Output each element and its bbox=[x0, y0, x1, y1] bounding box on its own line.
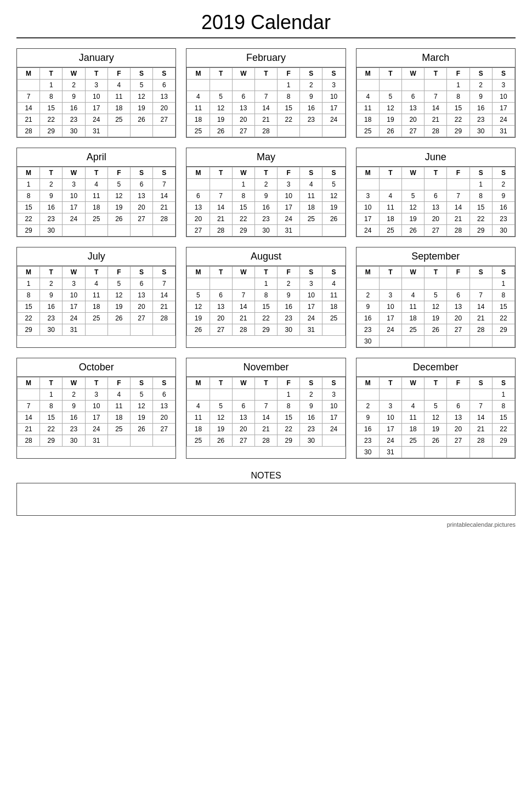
table-row: 45678910 bbox=[356, 91, 514, 103]
month-table-january: MTWTFSS123456789101112131415161718192021… bbox=[17, 67, 176, 137]
day-cell: 20 bbox=[187, 213, 210, 225]
day-cell: 15 bbox=[18, 202, 40, 213]
day-cell: 31 bbox=[85, 435, 107, 447]
day-cell bbox=[232, 278, 254, 290]
day-header: S bbox=[153, 378, 176, 389]
day-cell: 10 bbox=[322, 91, 345, 103]
day-cell: 4 bbox=[402, 401, 425, 412]
day-header: S bbox=[300, 68, 322, 80]
day-cell: 12 bbox=[379, 103, 401, 114]
day-cell: 25 bbox=[356, 126, 379, 137]
day-cell: 29 bbox=[40, 435, 63, 447]
day-cell: 8 bbox=[40, 401, 63, 412]
day-cell: 14 bbox=[153, 190, 176, 202]
day-cell: 9 bbox=[469, 91, 492, 103]
day-cell: 9 bbox=[254, 190, 277, 202]
day-cell: 15 bbox=[447, 103, 469, 114]
day-cell: 11 bbox=[356, 103, 379, 114]
table-row: 18192021222324 bbox=[187, 424, 345, 435]
day-cell: 18 bbox=[107, 103, 130, 114]
day-cell: 15 bbox=[254, 301, 277, 313]
table-row: 11121314151617 bbox=[187, 103, 345, 114]
day-header: T bbox=[85, 378, 107, 389]
table-row: 17181920212223 bbox=[356, 213, 514, 225]
day-cell: 8 bbox=[492, 401, 514, 412]
day-cell: 5 bbox=[107, 278, 130, 290]
day-cell bbox=[63, 225, 85, 236]
day-header: T bbox=[85, 267, 107, 278]
table-row: 2930 bbox=[18, 225, 176, 236]
day-cell: 19 bbox=[107, 202, 130, 213]
table-row: 262728293031 bbox=[187, 324, 345, 336]
day-header: M bbox=[356, 167, 379, 179]
table-row: 30 bbox=[356, 336, 514, 347]
table-row: 45678910 bbox=[187, 401, 345, 412]
day-header: W bbox=[402, 378, 425, 389]
day-cell: 21 bbox=[254, 114, 277, 126]
day-cell: 17 bbox=[379, 313, 401, 324]
day-cell: 9 bbox=[63, 401, 85, 412]
day-cell: 26 bbox=[130, 114, 152, 126]
day-cell: 14 bbox=[210, 202, 232, 213]
day-cell: 26 bbox=[322, 213, 345, 225]
table-row: 18192021222324 bbox=[356, 114, 514, 126]
day-cell: 24 bbox=[63, 313, 85, 324]
day-cell: 4 bbox=[322, 278, 345, 290]
day-cell: 30 bbox=[356, 336, 379, 347]
month-block-october: OctoberMTWTFSS12345678910111213141516171… bbox=[16, 358, 176, 459]
day-cell: 5 bbox=[130, 80, 152, 91]
day-cell: 3 bbox=[356, 190, 379, 202]
table-row: 16171819202122 bbox=[356, 424, 514, 435]
day-cell: 16 bbox=[300, 103, 322, 114]
day-cell: 2 bbox=[300, 389, 322, 401]
day-cell: 30 bbox=[356, 447, 379, 458]
month-table-may: MTWTFSS123456789101112131415161718192021… bbox=[186, 167, 345, 236]
day-cell: 2 bbox=[278, 278, 300, 290]
day-cell bbox=[278, 126, 300, 137]
day-cell: 18 bbox=[187, 424, 210, 435]
month-title-february: February bbox=[186, 49, 345, 67]
day-cell: 21 bbox=[469, 313, 492, 324]
day-header: S bbox=[469, 68, 492, 80]
day-cell: 13 bbox=[402, 103, 425, 114]
day-cell: 7 bbox=[153, 179, 176, 190]
day-cell: 27 bbox=[153, 424, 176, 435]
notes-box[interactable] bbox=[16, 483, 516, 516]
day-cell: 24 bbox=[356, 225, 379, 236]
day-cell bbox=[322, 324, 345, 336]
day-cell: 9 bbox=[492, 190, 514, 202]
day-cell: 19 bbox=[130, 412, 152, 424]
day-cell: 24 bbox=[278, 213, 300, 225]
day-cell bbox=[210, 389, 232, 401]
day-cell: 1 bbox=[492, 278, 514, 290]
day-cell: 15 bbox=[469, 202, 492, 213]
table-row: 3456789 bbox=[356, 190, 514, 202]
table-row: 25262728 bbox=[187, 126, 345, 137]
day-cell: 26 bbox=[107, 213, 130, 225]
day-cell: 1 bbox=[492, 389, 514, 401]
day-cell: 15 bbox=[18, 301, 40, 313]
day-cell: 16 bbox=[40, 301, 63, 313]
day-cell: 7 bbox=[153, 278, 176, 290]
day-header: F bbox=[447, 68, 469, 80]
day-cell: 4 bbox=[107, 389, 130, 401]
day-cell: 31 bbox=[492, 126, 514, 137]
day-cell: 30 bbox=[63, 435, 85, 447]
day-header: M bbox=[18, 378, 40, 389]
table-row: 21222324252627 bbox=[18, 114, 176, 126]
day-cell: 25 bbox=[379, 225, 401, 236]
day-cell: 14 bbox=[232, 301, 254, 313]
day-cell: 5 bbox=[402, 190, 425, 202]
day-cell: 6 bbox=[187, 190, 210, 202]
day-cell: 23 bbox=[300, 424, 322, 435]
day-cell: 16 bbox=[254, 202, 277, 213]
month-table-september: MTWTFSS123456789101112131415161718192021… bbox=[356, 266, 515, 347]
day-cell bbox=[425, 336, 447, 347]
month-title-march: March bbox=[356, 49, 515, 67]
day-cell: 22 bbox=[18, 313, 40, 324]
day-cell: 23 bbox=[63, 424, 85, 435]
day-header: T bbox=[379, 68, 401, 80]
day-cell: 20 bbox=[447, 313, 469, 324]
day-cell: 20 bbox=[153, 103, 176, 114]
table-row: 13141516171819 bbox=[187, 202, 345, 213]
